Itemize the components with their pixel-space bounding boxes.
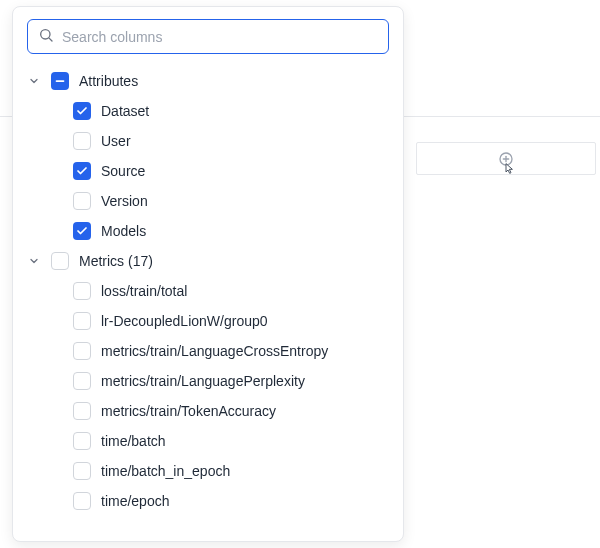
item-lr-decoupledlionw-group0-checkbox[interactable] (73, 312, 91, 330)
item-label: metrics/train/LanguageCrossEntropy (101, 343, 328, 359)
group-attributes-checkbox[interactable] (51, 72, 69, 90)
item-label: Source (101, 163, 145, 179)
item-row-lr-decoupledlionw-group0[interactable]: lr-DecoupledLionW/group0 (27, 306, 389, 336)
svg-line-4 (49, 38, 52, 41)
group-label: Attributes (79, 73, 138, 89)
item-models-checkbox[interactable] (73, 222, 91, 240)
search-input[interactable] (62, 29, 378, 45)
item-row-metrics-train-langce[interactable]: metrics/train/LanguageCrossEntropy (27, 336, 389, 366)
item-label: User (101, 133, 131, 149)
item-loss-train-total-checkbox[interactable] (73, 282, 91, 300)
item-label: lr-DecoupledLionW/group0 (101, 313, 268, 329)
item-label: Version (101, 193, 148, 209)
group-metrics-checkbox[interactable] (51, 252, 69, 270)
item-metrics-train-tokacc-checkbox[interactable] (73, 402, 91, 420)
item-label: metrics/train/LanguagePerplexity (101, 373, 305, 389)
item-row-time-batch-in-epoch[interactable]: time/batch_in_epoch (27, 456, 389, 486)
item-time-epoch-checkbox[interactable] (73, 492, 91, 510)
item-version-checkbox[interactable] (73, 192, 91, 210)
column-picker-panel: AttributesDatasetUserSourceVersionModels… (12, 6, 404, 542)
item-label: time/batch_in_epoch (101, 463, 230, 479)
group-row-attributes[interactable]: Attributes (27, 66, 389, 96)
item-time-batch-checkbox[interactable] (73, 432, 91, 450)
svg-point-3 (41, 30, 50, 39)
column-tree: AttributesDatasetUserSourceVersionModels… (27, 66, 389, 516)
item-label: loss/train/total (101, 283, 187, 299)
item-row-version[interactable]: Version (27, 186, 389, 216)
item-metrics-train-langce-checkbox[interactable] (73, 342, 91, 360)
item-row-user[interactable]: User (27, 126, 389, 156)
chevron-down-icon[interactable] (27, 255, 41, 267)
item-row-time-epoch[interactable]: time/epoch (27, 486, 389, 516)
group-label: Metrics (17) (79, 253, 153, 269)
search-field-container[interactable] (27, 19, 389, 54)
search-icon (38, 27, 54, 46)
item-source-checkbox[interactable] (73, 162, 91, 180)
item-dataset-checkbox[interactable] (73, 102, 91, 120)
cursor-icon (500, 162, 516, 181)
item-row-loss-train-total[interactable]: loss/train/total (27, 276, 389, 306)
item-metrics-train-langperp-checkbox[interactable] (73, 372, 91, 390)
item-label: Models (101, 223, 146, 239)
item-label: metrics/train/TokenAccuracy (101, 403, 276, 419)
item-row-time-batch[interactable]: time/batch (27, 426, 389, 456)
item-user-checkbox[interactable] (73, 132, 91, 150)
item-row-metrics-train-langperp[interactable]: metrics/train/LanguagePerplexity (27, 366, 389, 396)
item-row-metrics-train-tokacc[interactable]: metrics/train/TokenAccuracy (27, 396, 389, 426)
item-label: Dataset (101, 103, 149, 119)
group-row-metrics[interactable]: Metrics (17) (27, 246, 389, 276)
chevron-down-icon[interactable] (27, 75, 41, 87)
item-row-models[interactable]: Models (27, 216, 389, 246)
item-label: time/batch (101, 433, 166, 449)
item-label: time/epoch (101, 493, 169, 509)
item-time-batch-in-epoch-checkbox[interactable] (73, 462, 91, 480)
item-row-dataset[interactable]: Dataset (27, 96, 389, 126)
item-row-source[interactable]: Source (27, 156, 389, 186)
